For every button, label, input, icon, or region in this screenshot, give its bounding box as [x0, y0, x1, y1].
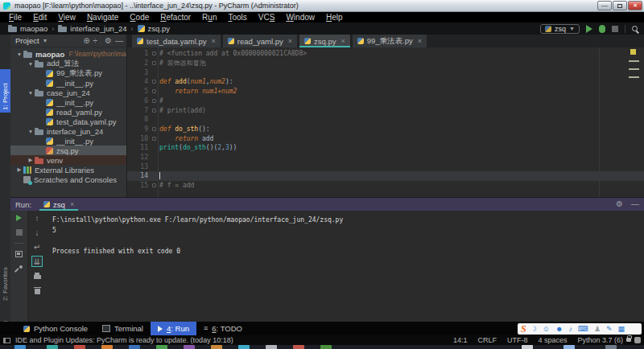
- taskbar-app-button[interactable]: [74, 345, 85, 349]
- indent-widget[interactable]: 4 spaces: [538, 336, 567, 344]
- taskbar-app-button[interactable]: [293, 345, 304, 349]
- editor-line[interactable]: 8: [127, 115, 644, 125]
- interpreter-widget[interactable]: Python 3.7 (6): [577, 336, 623, 344]
- fold-marker-icon[interactable]: [152, 137, 156, 141]
- editor-line[interactable]: 11print(do_sth()(2,3)): [127, 143, 644, 153]
- chevron-down-icon[interactable]: ▼: [27, 90, 35, 96]
- editor-line[interactable]: 7# print(add): [127, 105, 644, 115]
- taskbar-app-button[interactable]: [320, 345, 332, 349]
- status-message[interactable]: IDE and Plugin Updates: PyCharm is ready…: [15, 336, 233, 344]
- stripe-project-tab[interactable]: 1: Project: [0, 69, 10, 113]
- rerun-button[interactable]: [10, 211, 27, 225]
- toolwindow-toggle-icon[interactable]: [3, 338, 10, 343]
- caret-position-widget[interactable]: 14:1: [453, 336, 468, 344]
- tree-item-maopao[interactable]: ▼maopaoF:\learn\python\maopao: [10, 49, 126, 59]
- editor-line[interactable]: 6#: [127, 96, 644, 106]
- tab-test-data-yaml-py[interactable]: test_data.yaml.py×: [132, 35, 221, 47]
- tree-item-case-jun-24[interactable]: ▼case_jun_24: [10, 88, 126, 97]
- search-everywhere-icon[interactable]: [632, 26, 638, 31]
- editor-line[interactable]: 15# f = add: [127, 181, 644, 191]
- tab-zsq-py[interactable]: zsq.py×: [299, 35, 350, 47]
- soft-keyboard-icon[interactable]: ⌨: [578, 326, 588, 333]
- fold-column[interactable]: [148, 51, 159, 55]
- menu-item-file[interactable]: File: [3, 12, 27, 23]
- fold-column[interactable]: [148, 61, 159, 65]
- breadcrumb-item-maopao[interactable]: maopao: [8, 24, 47, 33]
- tree-item-venv[interactable]: ▶venv: [10, 155, 126, 165]
- toolbox-icon[interactable]: ▦: [618, 326, 625, 333]
- breadcrumb-item-interface-jun-24[interactable]: interface_jun_24: [58, 24, 126, 33]
- taskbar-app-button[interactable]: [184, 345, 195, 349]
- editor-line[interactable]: 1# <function add at 0x00000000021CA8D8>: [127, 49, 644, 59]
- fold-marker-icon[interactable]: [152, 183, 156, 187]
- ime-toolbar[interactable]: S ☽☺☻♪⌨♟✎▦: [518, 323, 642, 335]
- fold-marker-icon[interactable]: [152, 80, 156, 84]
- pin-tab-icon[interactable]: [10, 261, 27, 276]
- run-button[interactable]: [586, 25, 592, 33]
- gear-icon[interactable]: ⚙: [616, 200, 623, 208]
- editor-line[interactable]: 9def do_sth():: [127, 125, 644, 134]
- close-icon[interactable]: ×: [341, 37, 345, 45]
- input-mode-icon[interactable]: ☽: [530, 326, 537, 333]
- taskbar-app-button[interactable]: [605, 345, 617, 349]
- menu-item-vcs[interactable]: VCS: [253, 12, 281, 23]
- inspection-indicator[interactable]: [630, 49, 636, 55]
- menu-item-code[interactable]: Code: [124, 12, 155, 23]
- menu-item-navigate[interactable]: Navigate: [81, 12, 124, 23]
- menu-item-help[interactable]: Help: [320, 12, 349, 23]
- hide-panel-icon[interactable]: —: [631, 200, 639, 208]
- editor-line[interactable]: 14: [127, 171, 644, 181]
- inspection-profile-icon[interactable]: [634, 337, 641, 343]
- fold-column[interactable]: [148, 137, 159, 141]
- locate-file-icon[interactable]: ⊕: [83, 37, 89, 45]
- close-icon[interactable]: ×: [288, 37, 292, 45]
- tree-item-interface-jun-24[interactable]: ▼interface_jun_24: [10, 126, 126, 136]
- taskbar-app-button[interactable]: [14, 345, 26, 349]
- down-stacktrace-icon[interactable]: ↓: [28, 225, 46, 240]
- taskbar-app-button[interactable]: [266, 345, 277, 349]
- editor-line[interactable]: 10 return add: [127, 133, 644, 143]
- taskbar-app-button[interactable]: [211, 345, 222, 349]
- tab-read-yaml-py[interactable]: read_yaml.py×: [223, 35, 297, 47]
- run-configuration-select[interactable]: zsq ▼: [540, 24, 580, 34]
- encoding-widget[interactable]: UTF-8: [507, 336, 528, 344]
- fold-column[interactable]: [148, 89, 159, 93]
- minimize-button[interactable]: —: [597, 1, 612, 10]
- tree-item-test-data-yaml-py[interactable]: test_data.yaml.py: [10, 117, 126, 126]
- chevron-right-icon[interactable]: ▶: [27, 157, 35, 163]
- toolwindow-button-4-run[interactable]: 4: Run: [151, 322, 196, 335]
- emoji-icon[interactable]: ☻: [555, 326, 563, 333]
- gear-icon[interactable]: ⚙: [105, 37, 112, 45]
- fold-column[interactable]: [148, 127, 159, 131]
- scrollbar-mark[interactable]: [629, 76, 639, 78]
- toolwindow-button-python-console[interactable]: Python Console: [16, 322, 95, 335]
- fold-marker-icon[interactable]: [152, 127, 156, 131]
- scrollbar-mark[interactable]: [629, 60, 639, 62]
- tree-item-external-libraries[interactable]: ▶External Libraries: [10, 165, 126, 174]
- run-tab[interactable]: zsq ×: [39, 198, 78, 211]
- tree-item-init-py[interactable]: __init__.py: [10, 97, 126, 107]
- taskbar-app-button[interactable]: [522, 345, 533, 349]
- chevron-down-icon[interactable]: ▼: [27, 129, 35, 134]
- editor-line[interactable]: 12: [127, 153, 644, 162]
- chevron-down-icon[interactable]: ▼: [27, 61, 35, 67]
- collapse-all-icon[interactable]: ÷: [93, 37, 98, 45]
- skin-icon[interactable]: ✎: [606, 326, 613, 333]
- toolwindow-button-6-todo[interactable]: ≡6: TODO: [196, 322, 250, 335]
- chevron-right-icon[interactable]: ▶: [15, 166, 23, 173]
- taskbar-app-button[interactable]: [129, 345, 140, 349]
- toolwindow-button-terminal[interactable]: Terminal: [95, 322, 151, 335]
- editor-line[interactable]: 2# 装饰器和冒泡: [127, 59, 644, 68]
- fold-column[interactable]: [148, 99, 159, 103]
- stop-button[interactable]: [612, 26, 618, 32]
- tree-item-init-py[interactable]: __init__.py: [10, 78, 126, 88]
- scrollbar-mark[interactable]: [629, 68, 639, 70]
- taskbar-app-button[interactable]: [101, 345, 113, 349]
- user-icon[interactable]: ♟: [594, 326, 601, 333]
- stop-button[interactable]: [10, 225, 27, 240]
- project-panel-title[interactable]: Project: [15, 36, 39, 45]
- editor-line[interactable]: 4def add(num1,num2):: [127, 77, 644, 87]
- fold-column[interactable]: [148, 109, 159, 113]
- taskbar-app-button[interactable]: [564, 345, 575, 349]
- close-icon[interactable]: ×: [70, 200, 74, 208]
